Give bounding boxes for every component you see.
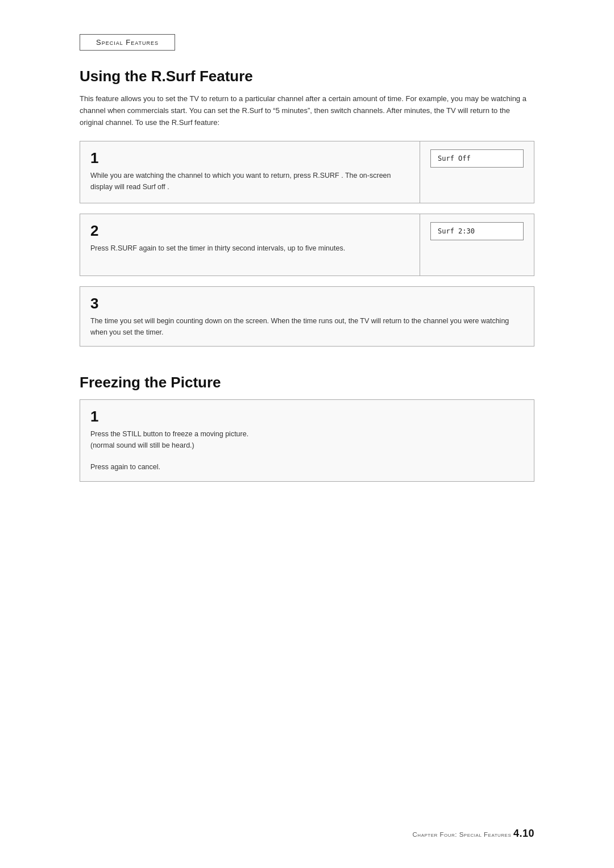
rsurf-step-2-block: 2 Press R.SURF again to set the timer in… <box>80 214 534 276</box>
rsurf-step-1-text: While you are watching the channel to wh… <box>90 170 409 193</box>
freeze-step-1-block: 1 Press the STILL button to freeze a mov… <box>80 399 534 482</box>
freeze-section-title: Freezing the Picture <box>80 374 534 391</box>
rsurf-step-2-left: 2 Press R.SURF again to set the timer in… <box>80 214 420 276</box>
section-header-box: Special Features <box>80 34 175 51</box>
rsurf-step-2-number: 2 <box>90 222 409 240</box>
freeze-section: Freezing the Picture 1 Press the STILL b… <box>80 374 534 482</box>
section-header-label: Special Features <box>96 38 159 47</box>
rsurf-intro-text: This feature allows you to set the TV to… <box>80 93 534 128</box>
rsurf-step-3-text: The time you set will begin counting dow… <box>90 316 524 338</box>
page-footer: Chapter Four: Special Features 4.10 <box>413 828 534 840</box>
rsurf-step-2-right: Surf 2:30 <box>420 214 534 276</box>
page-number: 4.10 <box>513 828 534 839</box>
footer-label: Chapter Four: Special Features <box>413 831 512 838</box>
freeze-step-1-number: 1 <box>90 408 524 425</box>
rsurf-step-1-right: Surf Off <box>420 141 534 203</box>
rsurf-step-1-left: 1 While you are watching the channel to … <box>80 141 420 203</box>
rsurf-step-1-screen: Surf Off <box>430 149 524 168</box>
rsurf-step-3-block: 3 The time you set will begin counting d… <box>80 286 534 347</box>
rsurf-step-2-screen: Surf 2:30 <box>430 222 524 240</box>
freeze-step-1-text-line1: Press the STILL button to freeze a movin… <box>90 429 524 473</box>
rsurf-step-2-text: Press R.SURF again to set the timer in t… <box>90 243 409 254</box>
page-container: Special Features Using the R.Surf Featur… <box>0 0 614 868</box>
rsurf-section-title: Using the R.Surf Feature <box>80 68 534 85</box>
rsurf-step-1-block: 1 While you are watching the channel to … <box>80 141 534 203</box>
rsurf-step-3-number: 3 <box>90 295 524 312</box>
rsurf-step-1-number: 1 <box>90 149 409 167</box>
